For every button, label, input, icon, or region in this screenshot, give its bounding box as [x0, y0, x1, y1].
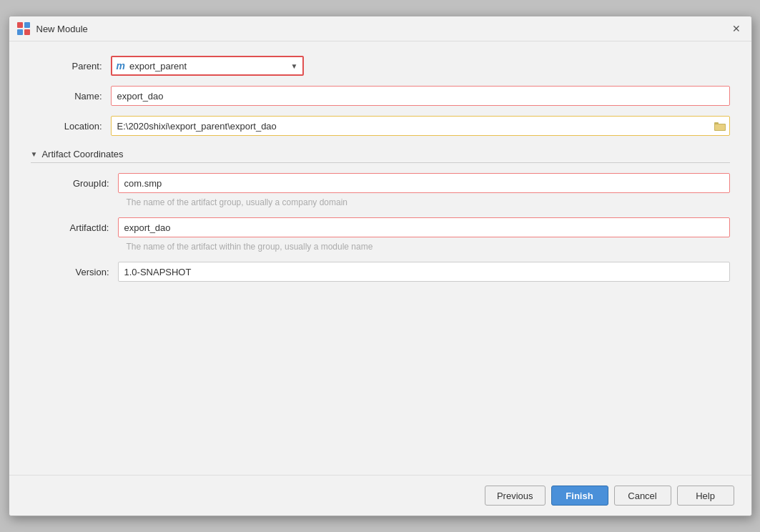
collapse-icon[interactable]: ▼	[31, 150, 38, 158]
dropdown-arrow-icon: ▼	[291, 62, 298, 70]
app-icon	[16, 21, 31, 36]
name-input[interactable]	[111, 86, 730, 106]
parent-row: Parent: m export_parent ▼	[31, 56, 730, 76]
title-bar: New Module ✕	[9, 16, 751, 41]
location-label: Location:	[31, 121, 102, 132]
parent-label: Parent:	[31, 61, 102, 72]
parent-dropdown[interactable]: m export_parent ▼	[111, 56, 304, 76]
cancel-button[interactable]: Cancel	[614, 486, 671, 506]
browse-folder-button[interactable]	[711, 117, 729, 135]
svg-rect-3	[24, 29, 30, 35]
new-module-dialog: New Module ✕ Parent: m export_parent ▼ N…	[9, 16, 752, 516]
groupid-input[interactable]	[118, 173, 730, 193]
artifactid-label: ArtifactId:	[45, 222, 109, 233]
artifactid-row: ArtifactId:	[45, 217, 730, 237]
groupid-row: GroupId:	[45, 173, 730, 193]
version-label: Version:	[45, 267, 109, 277]
help-button[interactable]: Help	[677, 486, 734, 506]
svg-rect-0	[17, 22, 23, 28]
artifact-section: GroupId: The name of the artifact group,…	[31, 173, 730, 282]
maven-icon: m	[117, 60, 125, 72]
dialog-body: Parent: m export_parent ▼ Name: Location…	[9, 41, 751, 475]
previous-button[interactable]: Previous	[485, 486, 546, 506]
parent-value: export_parent	[129, 61, 287, 72]
svg-rect-6	[715, 124, 725, 130]
location-input[interactable]	[112, 119, 711, 134]
artifactid-hint: The name of the artifact within the grou…	[45, 242, 730, 252]
finish-button[interactable]: Finish	[551, 486, 608, 506]
version-row: Version:	[45, 262, 730, 282]
artifact-section-title: Artifact Coordinates	[41, 149, 123, 159]
groupid-hint: The name of the artifact group, usually …	[45, 197, 730, 207]
artifact-section-header: ▼ Artifact Coordinates	[31, 149, 730, 163]
groupid-label: GroupId:	[45, 178, 109, 189]
dialog-footer: Previous Finish Cancel Help	[9, 475, 751, 516]
location-row: Location:	[31, 116, 730, 136]
name-label: Name:	[31, 91, 102, 102]
version-input[interactable]	[118, 262, 730, 282]
name-row: Name:	[31, 86, 730, 106]
svg-rect-2	[17, 29, 23, 35]
close-button[interactable]: ✕	[729, 21, 744, 36]
dialog-title: New Module	[36, 24, 723, 34]
svg-rect-1	[24, 22, 30, 28]
location-field-wrapper	[111, 116, 730, 136]
artifactid-input[interactable]	[118, 217, 730, 237]
